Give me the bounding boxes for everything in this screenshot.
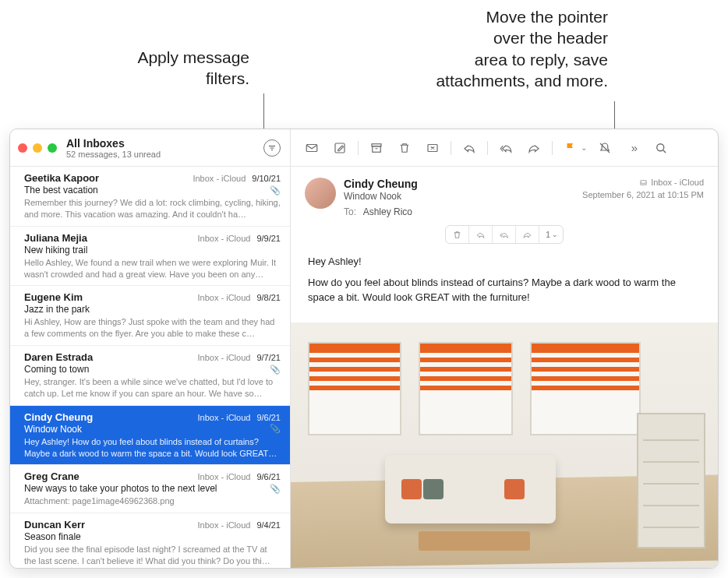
reply-all-button[interactable]: [493, 136, 519, 160]
message-mailbox: Inbox - iCloud: [198, 413, 251, 422]
message-date: 9/8/21: [256, 293, 281, 302]
message-mailbox: Inbox - iCloud: [198, 520, 251, 530]
archive-button[interactable]: [363, 136, 390, 160]
header-right: Inbox - iCloud September 6, 2021 at 10:1…: [582, 178, 704, 199]
message-preview: Remember this journey? We did a lot: roc…: [24, 197, 281, 220]
callout-filters: Apply message filters.: [78, 47, 249, 90]
trash-icon: [398, 141, 412, 155]
message-sender: Daren Estrada: [24, 351, 198, 363]
mailbox-chip[interactable]: Inbox - iCloud: [639, 178, 704, 187]
from-name: Cindy Cheung: [344, 178, 418, 190]
message-sender: Eugene Kim: [24, 291, 198, 303]
avatar: [305, 178, 336, 209]
reader-pane: ⌄ » Cindy Cheung Window Nook To: Ashley …: [291, 129, 718, 568]
mailbox-title-block: All Inboxes 52 messages, 13 unread: [66, 137, 263, 159]
archive-icon: [369, 141, 383, 155]
list-header: All Inboxes 52 messages, 13 unread: [10, 129, 290, 167]
message-list-pane: All Inboxes 52 messages, 13 unread Geeti…: [10, 129, 291, 568]
close-window-button[interactable]: [18, 143, 27, 153]
paperclip-icon: 📎: [270, 484, 281, 494]
header-subject: Window Nook: [344, 191, 418, 202]
message-sender: Cindy Cheung: [24, 411, 198, 423]
message-item[interactable]: Duncan KerrInbox - iCloud9/4/21Season fi…: [10, 513, 290, 568]
chevrons-icon: »: [631, 141, 634, 154]
message-mailbox: Inbox - iCloud: [198, 472, 251, 481]
message-preview: Hi Ashley, How are things? Just spoke wi…: [24, 316, 281, 340]
message-item[interactable]: Greg CraneInbox - iCloud9/6/21New ways t…: [10, 465, 290, 513]
more-toolbar-button[interactable]: »: [620, 136, 646, 160]
to-row: To: Ashley Rico: [344, 206, 418, 217]
message-date: 9/10/21: [252, 174, 281, 183]
reply-button[interactable]: [456, 136, 482, 160]
callout-header-hover: Move the pointer over the header area to…: [281, 6, 608, 91]
paperclip-icon: 📎: [270, 185, 281, 196]
message-date: 9/4/21: [256, 520, 281, 530]
forward-icon: [522, 230, 532, 240]
quick-actions-bar: 1 ⌄: [445, 225, 564, 244]
reply-icon: [462, 141, 476, 155]
message-subject: New hiking trail: [24, 245, 281, 256]
message-date: 9/7/21: [256, 353, 281, 362]
header-names: Cindy Cheung Window Nook To: Ashley Rico: [344, 178, 418, 217]
mute-button[interactable]: [592, 136, 618, 160]
message-subject: Window Nook: [24, 424, 265, 435]
flag-button[interactable]: [557, 136, 584, 160]
message-header[interactable]: Cindy Cheung Window Nook To: Ashley Rico…: [291, 167, 718, 250]
compose-icon: [333, 141, 347, 155]
mailbox-title: All Inboxes: [66, 137, 263, 150]
message-mailbox: Inbox - iCloud: [198, 293, 251, 302]
junk-icon: [426, 141, 440, 155]
message-item[interactable]: Geetika KapoorInbox - iCloud9/10/21The b…: [10, 167, 290, 227]
message-subject: The best vacation: [24, 185, 265, 196]
svg-rect-3: [373, 146, 381, 152]
message-preview: Hey Ashley! How do you feel about blinds…: [24, 436, 281, 460]
fullscreen-window-button[interactable]: [48, 143, 57, 153]
message-sender: Greg Crane: [24, 471, 198, 482]
junk-button[interactable]: [419, 136, 446, 160]
message-preview: Hello Ashley, We found a new trail when …: [24, 257, 281, 280]
message-item[interactable]: Daren EstradaInbox - iCloud9/7/21Coming …: [10, 346, 290, 406]
body-line: Hey Ashley!: [308, 255, 701, 270]
attachment-count: 1: [546, 230, 550, 239]
body-line: How do you feel about blinds instead of …: [308, 276, 701, 305]
search-button[interactable]: [648, 136, 674, 160]
message-date: 9/6/21: [256, 472, 281, 481]
to-value: Ashley Rico: [363, 206, 412, 217]
filter-icon: [267, 143, 277, 153]
get-mail-button[interactable]: [299, 136, 325, 160]
reply-icon: [475, 230, 486, 240]
message-preview: Did you see the final episode last night…: [24, 544, 281, 567]
forward-button[interactable]: [521, 136, 547, 160]
message-item[interactable]: Juliana MejiaInbox - iCloud9/9/21New hik…: [10, 227, 290, 287]
message-preview: Attachment: page1image46962368.png: [24, 495, 281, 507]
flag-menu-chevron[interactable]: ⌄: [581, 143, 587, 152]
window-controls[interactable]: [18, 143, 57, 153]
attachment-image[interactable]: [291, 322, 718, 568]
message-sender: Juliana Mejia: [24, 232, 198, 244]
message-item[interactable]: Eugene KimInbox - iCloud9/8/21Jazz in th…: [10, 286, 290, 346]
message-sender: Duncan Kerr: [24, 519, 198, 530]
envelope-icon: [305, 141, 319, 155]
qa-reply-button[interactable]: [469, 226, 493, 243]
forward-icon: [527, 141, 541, 155]
trash-icon: [452, 230, 462, 240]
qa-reply-all-button[interactable]: [493, 226, 516, 243]
minimize-window-button[interactable]: [33, 143, 42, 153]
compose-button[interactable]: [327, 136, 353, 160]
message-date: 9/6/21: [256, 413, 281, 422]
qa-attachments-button[interactable]: 1 ⌄: [539, 226, 563, 243]
reply-all-icon: [499, 141, 513, 155]
message-subject: Season finale: [24, 531, 281, 542]
mail-window: All Inboxes 52 messages, 13 unread Geeti…: [9, 129, 719, 569]
message-mailbox: Inbox - iCloud: [198, 234, 251, 243]
qa-delete-button[interactable]: [446, 226, 469, 243]
mailbox-subtitle: 52 messages, 13 unread: [66, 150, 263, 159]
filter-button[interactable]: [263, 139, 281, 157]
message-body: Hey Ashley! How do you feel about blinds…: [291, 250, 718, 322]
message-list[interactable]: Geetika KapoorInbox - iCloud9/10/21The b…: [10, 167, 290, 568]
chevron-down-icon: ⌄: [552, 231, 558, 238]
message-item[interactable]: Cindy CheungInbox - iCloud9/6/21Window N…: [10, 406, 290, 466]
qa-forward-button[interactable]: [516, 226, 539, 243]
delete-button[interactable]: [391, 136, 418, 160]
search-icon: [654, 141, 668, 155]
